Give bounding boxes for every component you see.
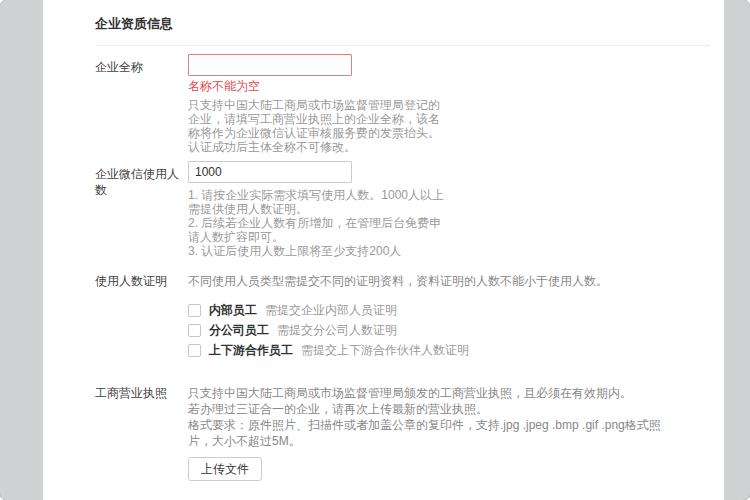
branch-staff-checkbox[interactable] <box>188 324 201 337</box>
user-count-label: 企业微信使用人数 <box>95 161 188 198</box>
license-desc-1: 只支持中国大陆工商局或市场监督管理局颁发的工商营业执照，且必须在有效期内。 <box>188 385 663 401</box>
user-count-proof-label: 使用人数证明 <box>95 273 188 289</box>
partner-staff-name: 上下游合作员工 <box>209 342 293 359</box>
page-title: 企业资质信息 <box>95 0 710 46</box>
proof-option-partner: 上下游合作员工 需提交上下游合作伙伴人数证明 <box>188 340 710 360</box>
user-count-hint-1: 1. 请按企业实际需求填写使用人数。1000人以上需提供使用人数证明。 <box>188 188 450 216</box>
license-desc-2: 若办理过三证合一的企业，请再次上传最新的营业执照。 <box>188 401 663 417</box>
internal-staff-checkbox[interactable] <box>188 304 201 317</box>
user-count-hint-2: 2. 后续若企业人数有所增加，在管理后台免费申请人数扩容即可。 <box>188 216 450 244</box>
user-count-input[interactable] <box>188 161 352 183</box>
partner-staff-note: 需提交上下游合作伙伴人数证明 <box>301 342 469 359</box>
company-name-hint: 只支持中国大陆工商局或市场监督管理局登记的企业，请填写工商营业执照上的企业全称，… <box>188 98 450 154</box>
proof-type-options: 内部员工 需提交企业内部人员证明 分公司员工 需提交分公司人数证明 上下游合作员… <box>188 300 710 360</box>
internal-staff-name: 内部员工 <box>209 302 257 319</box>
proof-option-internal: 内部员工 需提交企业内部人员证明 <box>188 300 710 320</box>
company-name-label: 企业全称 <box>95 54 188 75</box>
internal-staff-note: 需提交企业内部人员证明 <box>265 302 397 319</box>
user-count-hint-3: 3. 认证后使用人数上限将至少支持200人 <box>188 244 450 258</box>
license-desc-3: 格式要求：原件照片、扫描件或者加盖公章的复印件，支持.jpg .jpeg .bm… <box>188 417 663 449</box>
branch-staff-name: 分公司员工 <box>209 322 269 339</box>
business-license-row: 工商营业执照 只支持中国大陆工商局或市场监督管理局颁发的工商营业执照，且必须在有… <box>95 385 710 481</box>
user-count-hints: 1. 请按企业实际需求填写使用人数。1000人以上需提供使用人数证明。 2. 后… <box>188 188 710 258</box>
partner-staff-checkbox[interactable] <box>188 344 201 357</box>
license-upload-button[interactable]: 上传文件 <box>188 457 262 481</box>
branch-staff-note: 需提交分公司人数证明 <box>277 322 397 339</box>
enterprise-verification-window: 企业资质信息 企业全称 名称不能为空 只支持中国大陆工商局或市场监督管理局登记的… <box>0 0 750 500</box>
user-count-proof-row: 使用人数证明 不同使用人员类型需提交不同的证明资料，资料证明的人数不能小于使用人… <box>95 273 710 360</box>
user-count-proof-description: 不同使用人员类型需提交不同的证明资料，资料证明的人数不能小于使用人数。 <box>188 273 710 289</box>
qualification-panel: 企业资质信息 企业全称 名称不能为空 只支持中国大陆工商局或市场监督管理局登记的… <box>43 0 724 500</box>
proof-option-branch: 分公司员工 需提交分公司人数证明 <box>188 320 710 340</box>
company-name-error: 名称不能为空 <box>188 80 710 93</box>
user-count-row: 企业微信使用人数 1. 请按企业实际需求填写使用人数。1000人以上需提供使用人… <box>95 161 710 258</box>
company-name-row: 企业全称 名称不能为空 只支持中国大陆工商局或市场监督管理局登记的企业，请填写工… <box>95 54 710 154</box>
business-license-label: 工商营业执照 <box>95 385 188 401</box>
company-name-input[interactable] <box>188 54 352 76</box>
qualification-form: 企业全称 名称不能为空 只支持中国大陆工商局或市场监督管理局登记的企业，请填写工… <box>95 46 710 500</box>
